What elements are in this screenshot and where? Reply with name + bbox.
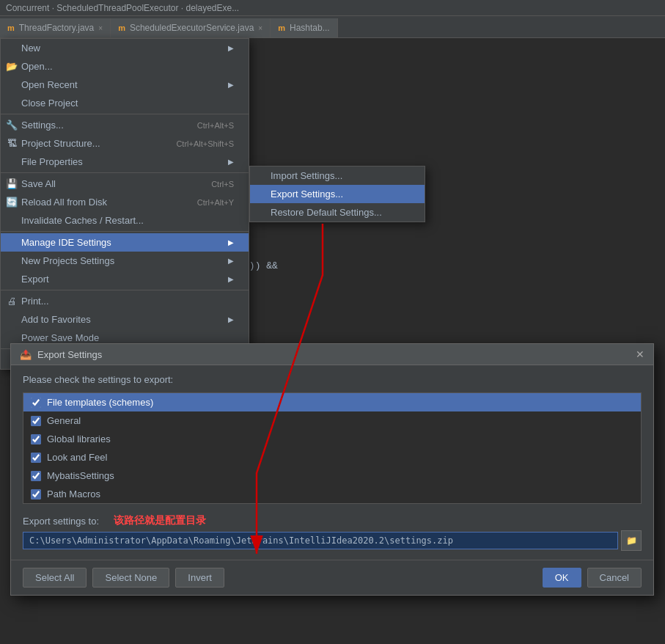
- submenu-arrow: ▶: [228, 257, 234, 265]
- menu-item-file-properties[interactable]: File Properties ▶: [1, 153, 249, 171]
- select-all-button[interactable]: Select All: [23, 568, 87, 588]
- submenu-arrow: ▶: [228, 44, 234, 52]
- menu-label: Manage IDE Settings: [21, 237, 111, 248]
- settings-item-label: MybatisSettings: [47, 470, 114, 481]
- submenu-arrow: ▶: [228, 275, 234, 283]
- separator: [1, 231, 249, 232]
- separator: [1, 114, 249, 114]
- menu-item-favorites[interactable]: Add to Favorites ▶: [1, 310, 249, 329]
- menu-label: Power Save Mode: [21, 332, 99, 343]
- menu-item-settings[interactable]: 🔧 Settings... Ctrl+Alt+S: [1, 116, 249, 134]
- menu-item-export[interactable]: Export ▶: [1, 270, 249, 288]
- menu-item-print[interactable]: 🖨 Print...: [1, 292, 249, 310]
- submenu-label: Export Settings...: [271, 189, 343, 200]
- java-icon: m: [278, 23, 285, 32]
- invert-button[interactable]: Invert: [175, 568, 224, 588]
- breadcrumb: Concurrent · ScheduledThreadPoolExecutor…: [0, 0, 665, 16]
- tab-hashtab[interactable]: m Hashtab...: [271, 18, 337, 37]
- settings-icon: 🔧: [5, 120, 18, 131]
- manage-ide-submenu: Import Settings... Export Settings... Re…: [249, 166, 425, 222]
- dialog-body: Please check the settings to export: Fil…: [11, 365, 653, 560]
- export-path-input[interactable]: [23, 532, 618, 549]
- menu-label: Open Recent: [21, 79, 78, 90]
- export-settings-dialog: 📤 Export Settings ✕ Please check the set…: [10, 343, 654, 596]
- checkbox-path-macros[interactable]: [31, 489, 41, 500]
- settings-item-label: Look and Feel: [47, 452, 107, 463]
- menu-label: Invalidate Caches / Restart...: [21, 215, 144, 226]
- menu-item-new-projects[interactable]: New Projects Settings ▶: [1, 252, 249, 270]
- save-icon: 💾: [5, 178, 18, 189]
- submenu-arrow: ▶: [228, 238, 234, 246]
- menu-item-new[interactable]: New ▶: [1, 39, 249, 57]
- menu-label: Print...: [21, 296, 49, 307]
- shortcut: Ctrl+Alt+S: [197, 121, 234, 130]
- menu-label: Export: [21, 274, 49, 285]
- menu-item-open[interactable]: 📂 Open...: [1, 57, 249, 76]
- menu-label: File Properties: [21, 156, 83, 167]
- checkbox-file-templates[interactable]: [31, 398, 41, 408]
- browse-button[interactable]: 📁: [621, 530, 642, 551]
- settings-item-file-templates[interactable]: File templates (schemes): [23, 393, 641, 411]
- settings-item-label: File templates (schemes): [47, 397, 153, 408]
- separator: [1, 172, 249, 173]
- submenu-label: Import Settings...: [271, 170, 342, 181]
- menu-label: New Projects Settings: [21, 255, 114, 266]
- checkbox-mybatis[interactable]: [31, 471, 41, 481]
- tab-close-icon[interactable]: ×: [98, 24, 103, 32]
- menu-label: Open...: [21, 61, 53, 72]
- reload-icon: 🔄: [5, 197, 18, 208]
- settings-item-path-macros[interactable]: Path Macros: [23, 485, 641, 503]
- annotation-text: 该路径就是配置目录: [114, 514, 206, 527]
- dialog-title-bar: 📤 Export Settings ✕: [11, 344, 653, 365]
- menu-item-open-recent[interactable]: Open Recent ▶: [1, 76, 249, 94]
- menu-label: Close Project: [21, 98, 78, 109]
- menu-label: Add to Favorites: [21, 314, 91, 325]
- java-icon: m: [118, 23, 125, 32]
- shortcut: Ctrl+S: [211, 180, 234, 189]
- shortcut: Ctrl+Alt+Shift+S: [176, 139, 234, 148]
- project-structure-icon: 🏗: [5, 138, 18, 149]
- menu-label: Save All: [21, 178, 56, 189]
- submenu-label: Restore Default Settings...: [271, 207, 382, 218]
- shortcut: Ctrl+Alt+Y: [197, 198, 234, 207]
- breadcrumb-text: Concurrent · ScheduledThreadPoolExecutor…: [6, 3, 239, 13]
- settings-item-label: General: [47, 415, 81, 426]
- menu-item-reload[interactable]: 🔄 Reload All from Disk Ctrl+Alt+Y: [1, 193, 249, 211]
- checkbox-look-and-feel[interactable]: [31, 453, 41, 463]
- tab-threadfactory[interactable]: m ThreadFactory.java ×: [0, 18, 111, 37]
- menu-item-save-all[interactable]: 💾 Save All Ctrl+S: [1, 175, 249, 193]
- tab-bar: m ThreadFactory.java × m ScheduledExecut…: [0, 16, 665, 38]
- export-path-label: Export settings to:: [23, 516, 99, 527]
- settings-list: File templates (schemes) General Global …: [23, 392, 642, 504]
- menu-item-close-project[interactable]: Close Project: [1, 94, 249, 112]
- settings-item-global-libraries[interactable]: Global libraries: [23, 430, 641, 448]
- settings-item-label: Global libraries: [47, 433, 111, 444]
- dialog-close-button[interactable]: ✕: [636, 348, 644, 360]
- menu-item-manage-ide[interactable]: Manage IDE Settings ▶: [1, 233, 249, 252]
- menu-item-project-structure[interactable]: 🏗 Project Structure... Ctrl+Alt+Shift+S: [1, 134, 249, 153]
- dialog-instruction: Please check the settings to export:: [23, 374, 642, 385]
- submenu-arrow: ▶: [228, 158, 234, 166]
- select-none-button[interactable]: Select None: [92, 568, 169, 588]
- tab-close-icon[interactable]: ×: [258, 24, 262, 32]
- submenu-item-export[interactable]: Export Settings...: [250, 185, 425, 203]
- tab-label: ScheduledExecutorService.java: [130, 23, 254, 33]
- cancel-button[interactable]: Cancel: [587, 568, 642, 588]
- menu-label: Reload All from Disk: [21, 197, 107, 208]
- tab-label: Hashtab...: [290, 23, 330, 33]
- export-path-row: 📁: [23, 530, 642, 551]
- tab-label: ThreadFactory.java: [19, 23, 95, 33]
- dialog-title: Export Settings: [37, 349, 102, 360]
- settings-item-label: Path Macros: [47, 489, 100, 500]
- submenu-item-import[interactable]: Import Settings...: [250, 167, 425, 185]
- tab-scheduledexecutor[interactable]: m ScheduledExecutorService.java ×: [111, 18, 271, 37]
- settings-item-look-and-feel[interactable]: Look and Feel: [23, 448, 641, 466]
- ok-button[interactable]: OK: [543, 568, 581, 588]
- menu-item-invalidate[interactable]: Invalidate Caches / Restart...: [1, 211, 249, 230]
- submenu-item-restore[interactable]: Restore Default Settings...: [250, 203, 425, 222]
- settings-item-general[interactable]: General: [23, 411, 641, 430]
- settings-item-mybatis[interactable]: MybatisSettings: [23, 466, 641, 485]
- checkbox-global-libraries[interactable]: [31, 434, 41, 444]
- checkbox-general[interactable]: [31, 416, 41, 426]
- dialog-icon: 📤: [20, 349, 32, 360]
